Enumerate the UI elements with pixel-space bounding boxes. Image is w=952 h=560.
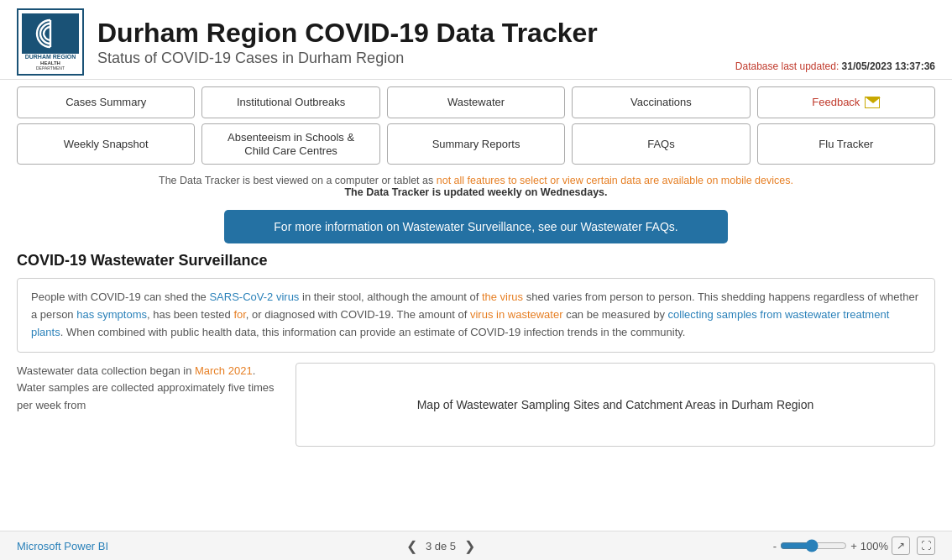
nav-row-2: Weekly Snapshot Absenteeism in Schools &… xyxy=(17,123,935,165)
footer-nav: ❮ 3 de 5 ❯ xyxy=(406,538,475,554)
nav-feedback[interactable]: Feedback xyxy=(757,86,935,118)
fullscreen-icon[interactable]: ⛶ xyxy=(917,536,935,555)
db-label: Database last updated: xyxy=(735,60,839,72)
section-title: COVID-19 Wastewater Surveillance xyxy=(17,252,935,270)
map-panel: Map of Wastewater Sampling Sites and Cat… xyxy=(296,363,935,447)
nav-faqs[interactable]: FAQs xyxy=(572,123,750,165)
wastewater-faqs-button[interactable]: For more information on Wastewater Surve… xyxy=(224,210,728,243)
powerbi-link[interactable]: Microsoft Power BI xyxy=(17,540,108,552)
info-line1: The Data Tracker is best viewed on a com… xyxy=(17,175,935,186)
zoom-level: 100% xyxy=(860,540,888,552)
zoom-control: - + 100% ↗ ⛶ xyxy=(773,536,935,555)
db-updated-area: Database last updated: 31/05/2023 13:37:… xyxy=(735,60,935,76)
nav-institutional-outbreaks[interactable]: Institutional Outbreaks xyxy=(201,86,379,118)
cta-area: For more information on Wastewater Surve… xyxy=(0,201,952,252)
nav-absenteeism[interactable]: Absenteeism in Schools & Child Care Cent… xyxy=(201,123,379,165)
footer: Microsoft Power BI ❮ 3 de 5 ❯ - + 100% ↗… xyxy=(0,531,952,560)
logo-region-text: DURHAM REGION xyxy=(22,54,79,60)
page-title: Durham Region COVID-19 Data Tracker xyxy=(97,17,735,49)
nav-row-1: Cases Summary Institutional Outbreaks Wa… xyxy=(17,86,935,118)
zoom-slider[interactable] xyxy=(780,539,847,552)
nav-weekly-snapshot[interactable]: Weekly Snapshot xyxy=(17,123,195,165)
logo-graphic xyxy=(22,13,79,54)
info-bar: The Data Tracker is best viewed on a com… xyxy=(0,170,952,201)
map-label: Map of Wastewater Sampling Sites and Cat… xyxy=(417,398,814,411)
lower-panels: Wastewater data collection began in Marc… xyxy=(17,363,935,447)
info-line2: The Data Tracker is updated weekly on We… xyxy=(17,186,935,198)
wastewater-info-box: People with COVID-19 can shed the SARS-C… xyxy=(17,278,935,352)
logo-text: DURHAM REGION HEALTH DEPARTMENT xyxy=(22,54,79,71)
main-content: COVID-19 Wastewater Surveillance People … xyxy=(0,252,952,531)
nav-cases-summary[interactable]: Cases Summary xyxy=(17,86,195,118)
logo-dept-text: DEPARTMENT xyxy=(22,65,79,71)
zoom-plus[interactable]: + xyxy=(850,540,857,552)
share-icon[interactable]: ↗ xyxy=(892,536,910,555)
nav-wastewater[interactable]: Wastewater xyxy=(387,86,565,118)
nav-flu-tracker[interactable]: Flu Tracker xyxy=(757,123,935,165)
footer-icons: ↗ ⛶ xyxy=(892,536,935,555)
prev-page-button[interactable]: ❮ xyxy=(406,538,417,554)
page-header: DURHAM REGION HEALTH DEPARTMENT Durham R… xyxy=(0,0,952,80)
header-titles: Durham Region COVID-19 Data Tracker Stat… xyxy=(97,17,735,66)
nav-area: Cases Summary Institutional Outbreaks Wa… xyxy=(0,80,952,170)
envelope-icon xyxy=(865,97,880,108)
nav-vaccinations[interactable]: Vaccinations xyxy=(572,86,750,118)
zoom-minus[interactable]: - xyxy=(773,540,777,552)
next-page-button[interactable]: ❯ xyxy=(464,538,475,554)
left-panel: Wastewater data collection began in Marc… xyxy=(17,363,285,447)
page-info: 3 de 5 xyxy=(426,540,456,552)
nav-summary-reports[interactable]: Summary Reports xyxy=(387,123,565,165)
db-value: 31/05/2023 13:37:36 xyxy=(842,60,935,72)
feedback-label: Feedback xyxy=(812,96,860,109)
logo: DURHAM REGION HEALTH DEPARTMENT xyxy=(17,8,84,76)
page-subtitle: Status of COVID-19 Cases in Durham Regio… xyxy=(97,50,735,67)
